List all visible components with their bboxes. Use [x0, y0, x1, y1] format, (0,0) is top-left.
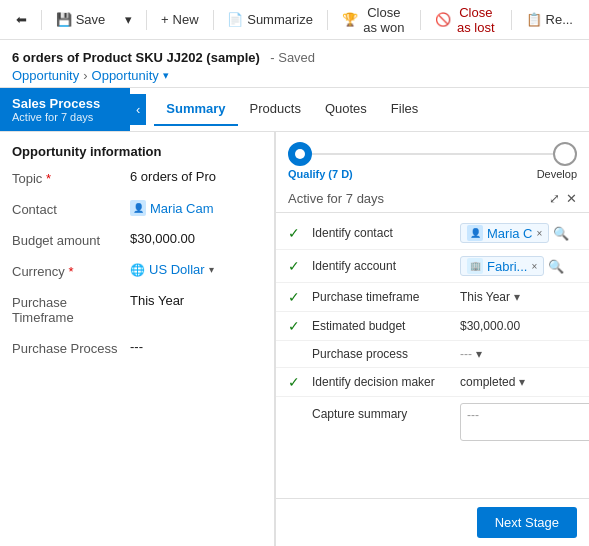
next-stage-button[interactable]: Next Stage: [477, 507, 577, 538]
sales-process-tab[interactable]: Sales Process Active for 7 days: [0, 88, 130, 131]
toolbar-divider6: [511, 10, 512, 30]
close-won-button[interactable]: 🏆 Close as won: [334, 1, 414, 39]
check-value-6: ---: [460, 403, 589, 441]
summarize-icon: 📄: [227, 12, 243, 27]
check-label-5: Identify decision maker: [312, 375, 452, 389]
save-icon: 💾: [56, 12, 72, 27]
main-content: Opportunity information Topic * 6 orders…: [0, 132, 589, 546]
field-value-purchase-process[interactable]: ---: [130, 339, 262, 354]
field-value-currency[interactable]: 🌐 US Dollar ▾: [130, 262, 262, 277]
check-icon-2: ✓: [288, 289, 304, 305]
field-purchase-timeframe: Purchase Timeframe This Year: [12, 293, 262, 325]
field-contact: Contact 👤 Maria Cam: [12, 200, 262, 217]
new-button[interactable]: + New: [153, 8, 207, 31]
tab-summary[interactable]: Summary: [154, 93, 237, 126]
field-budget: Budget amount $30,000.00: [12, 231, 262, 248]
tag-search-button-0[interactable]: 🔍: [553, 226, 569, 241]
check-value-1: 🏢 Fabri... × 🔍: [460, 256, 577, 276]
tag-search-button-1[interactable]: 🔍: [548, 259, 564, 274]
dropdown-btn-4[interactable]: ▾: [476, 347, 482, 361]
dropdown-btn-5[interactable]: ▾: [519, 375, 525, 389]
check-label-0: Identify contact: [312, 226, 452, 240]
summarize-button[interactable]: 📄 Summarize: [219, 8, 321, 31]
tag-remove-icon[interactable]: ×: [537, 228, 543, 239]
close-lost-icon: 🚫: [435, 12, 451, 27]
value-text-4: ---: [460, 347, 472, 361]
contact-chip-icon: 👤: [467, 225, 483, 241]
breadcrumb-dropdown-icon[interactable]: ▾: [163, 69, 169, 82]
toolbar-divider4: [327, 10, 328, 30]
field-label-purchase-process: Purchase Process: [12, 339, 122, 356]
check-label-1: Identify account: [312, 259, 452, 273]
flyout-subheader: Active for 7 days ⤢ ✕: [276, 186, 589, 213]
field-value-budget[interactable]: $30,000.00: [130, 231, 262, 246]
breadcrumb-item1[interactable]: Opportunity: [12, 68, 79, 83]
required-marker: *: [46, 171, 51, 186]
check-icon-1: ✓: [288, 258, 304, 274]
stage-bar: [276, 132, 589, 166]
tab-quotes[interactable]: Quotes: [313, 93, 379, 126]
record-header: 6 orders of Product SKU JJ202 (sample) -…: [0, 40, 589, 88]
account-chip-icon: 🏢: [467, 258, 483, 274]
check-value-0: 👤 Maria C × 🔍: [460, 223, 577, 243]
check-icon-5: ✓: [288, 374, 304, 390]
main-tabs: Summary Products Quotes Files: [146, 93, 430, 126]
checklist-item-estimated-budget: ✓ Estimated budget $30,000.00: [276, 312, 589, 341]
field-value-purchase-timeframe[interactable]: This Year: [130, 293, 262, 308]
breadcrumb: Opportunity › Opportunity ▾: [12, 68, 577, 83]
flyout-footer: Next Stage: [276, 498, 589, 546]
toolbar-divider2: [146, 10, 147, 30]
checklist: ✓ Identify contact 👤 Maria C × 🔍 ✓ Ident…: [276, 213, 589, 498]
capture-summary-textarea[interactable]: ---: [460, 403, 589, 441]
stage-line: [312, 153, 553, 155]
right-panel: Qualify (7 D) Develop Active for 7 days …: [275, 132, 589, 546]
breadcrumb-separator: ›: [83, 68, 87, 83]
back-button[interactable]: ⬅: [8, 8, 35, 31]
back-icon: ⬅: [16, 12, 27, 27]
record-title: 6 orders of Product SKU JJ202 (sample) -…: [12, 48, 577, 66]
field-label-topic: Topic *: [12, 169, 122, 186]
sales-process-label: Sales Process: [12, 96, 118, 111]
check-label-6: Capture summary: [312, 407, 452, 421]
save-dropdown-button[interactable]: ▾: [117, 8, 140, 31]
collapse-icon: ‹: [136, 102, 140, 117]
checklist-item-decision-maker: ✓ Identify decision maker --- completed …: [276, 368, 589, 397]
sales-process-collapse-button[interactable]: ‹: [130, 94, 146, 125]
chevron-down-icon: ▾: [125, 12, 132, 27]
value-text-2: This Year: [460, 290, 510, 304]
tab-products[interactable]: Products: [238, 93, 313, 126]
tag-chip-fabri[interactable]: 🏢 Fabri... ×: [460, 256, 544, 276]
check-icon-0: ✓: [288, 225, 304, 241]
toolbar-divider: [41, 10, 42, 30]
plus-icon: +: [161, 12, 169, 27]
checklist-item-identify-account: ✓ Identify account 🏢 Fabri... × 🔍: [276, 250, 589, 283]
field-label-budget: Budget amount: [12, 231, 122, 248]
stage-label-develop: Develop: [537, 168, 577, 180]
check-value-4: --- ▾: [460, 347, 577, 361]
field-value-topic[interactable]: 6 orders of Pro: [130, 169, 262, 184]
tab-files[interactable]: Files: [379, 93, 430, 126]
contact-icon: 👤: [130, 200, 146, 216]
left-panel: Opportunity information Topic * 6 orders…: [0, 132, 275, 546]
toolbar: ⬅ 💾 Save ▾ + New 📄 Summarize 🏆 Close as …: [0, 0, 589, 40]
close-lost-button[interactable]: 🚫 Close as lost: [427, 1, 505, 39]
stage-label-qualify: Qualify (7 D): [288, 168, 353, 180]
check-label-4: Purchase process: [312, 347, 452, 361]
completed-text-5: completed: [460, 375, 515, 389]
toolbar-divider5: [420, 10, 421, 30]
check-value-3: $30,000.00: [460, 319, 577, 333]
check-value-5: --- completed ▾: [460, 375, 577, 389]
required-marker2: *: [68, 264, 73, 279]
field-value-contact[interactable]: 👤 Maria Cam: [130, 200, 262, 216]
field-label-currency: Currency *: [12, 262, 122, 279]
flyout-expand-button[interactable]: ⤢: [549, 190, 560, 206]
save-button[interactable]: 💾 Save: [48, 8, 114, 31]
record-icon: 📋: [526, 12, 542, 27]
expand-icon: ⤢: [549, 191, 560, 206]
tag-remove-icon-1[interactable]: ×: [531, 261, 537, 272]
dropdown-btn-2[interactable]: ▾: [514, 290, 520, 304]
breadcrumb-item2[interactable]: Opportunity: [92, 68, 159, 83]
tag-chip-mariac[interactable]: 👤 Maria C ×: [460, 223, 549, 243]
flyout-close-button[interactable]: ✕: [566, 190, 577, 206]
record-button[interactable]: 📋 Re...: [518, 8, 581, 31]
